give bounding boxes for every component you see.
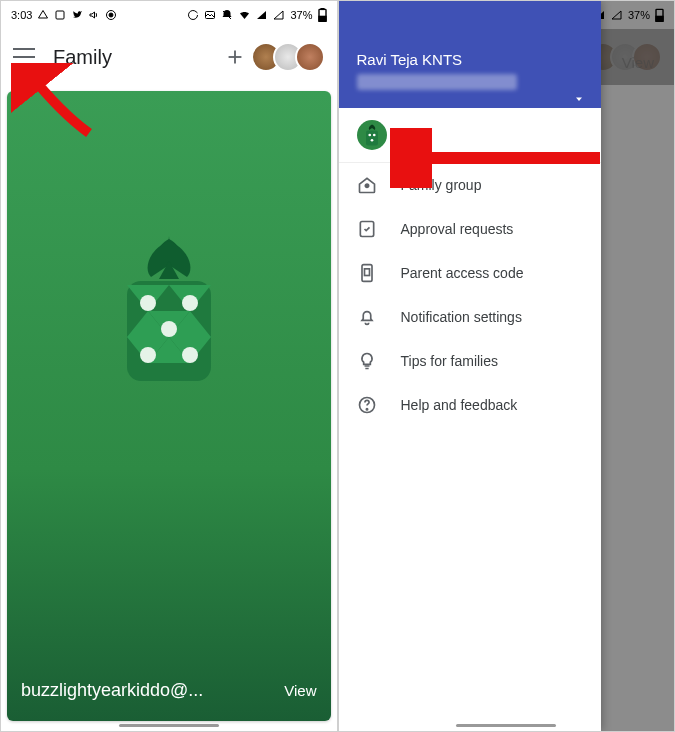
svg-rect-39: [362, 265, 372, 282]
drawer-item-notification-settings[interactable]: Notification settings: [339, 295, 601, 339]
svg-point-3: [109, 13, 113, 17]
svg-point-35: [368, 134, 371, 137]
photos-icon: [54, 9, 66, 21]
svg-marker-6: [257, 11, 266, 19]
avatar: [295, 42, 325, 72]
account-avatars[interactable]: [259, 42, 325, 72]
svg-rect-1: [56, 11, 64, 19]
child-email: buzzlightyearkiddo@...: [21, 680, 203, 701]
chevron-down-icon[interactable]: [573, 91, 585, 109]
svg-point-36: [372, 134, 375, 137]
status-bar: 3:03 37%: [1, 1, 337, 29]
drawer-item-label: Notification settings: [401, 309, 522, 325]
svg-point-37: [370, 139, 373, 142]
pineapple-avatar-icon: [109, 231, 229, 395]
drawer-header[interactable]: Ravi Teja KNTS: [339, 1, 601, 108]
svg-point-26: [182, 347, 198, 363]
drawer-item-help[interactable]: Help and feedback: [339, 383, 601, 427]
nav-drawer: Ravi Teja KNTS Family group Approval req…: [339, 1, 601, 731]
image-icon: [204, 9, 216, 21]
svg-point-25: [140, 347, 156, 363]
battery-icon: [318, 8, 327, 22]
signal2-icon: [273, 9, 285, 21]
nav-handle[interactable]: [456, 724, 556, 727]
nav-handle[interactable]: [119, 724, 219, 727]
svg-point-22: [140, 295, 156, 311]
drawer-item-label: Tips for families: [401, 353, 499, 369]
svg-rect-34: [366, 131, 378, 146]
svg-marker-7: [274, 11, 283, 19]
svg-point-24: [161, 321, 177, 337]
svg-point-42: [366, 409, 367, 410]
sound-icon: [88, 9, 100, 21]
svg-rect-40: [364, 269, 369, 276]
drawer-user-email: [357, 74, 517, 90]
drawer-item-family-group[interactable]: Family group: [339, 163, 601, 207]
drawer-item-label: Family group: [401, 177, 482, 193]
wifi-icon: [238, 9, 251, 21]
add-button[interactable]: [223, 45, 247, 69]
drawer-item-label: Parent access code: [401, 265, 524, 281]
battery-pct: 37%: [290, 9, 312, 21]
drawer-item-parent-access-code[interactable]: Parent access code: [339, 251, 601, 295]
drive-icon: [37, 9, 49, 21]
status-time: 3:03: [11, 9, 32, 21]
refresh-icon: [187, 9, 199, 21]
child-card[interactable]: buzzlightyearkiddo@... View: [7, 91, 331, 721]
drawer-item-label: Approval requests: [401, 221, 514, 237]
hamburger-menu-icon[interactable]: [13, 48, 35, 66]
twitter-icon: [71, 9, 83, 21]
svg-marker-33: [576, 98, 582, 102]
page-title: Family: [53, 46, 223, 69]
pineapple-avatar-icon: [357, 120, 387, 150]
svg-point-23: [182, 295, 198, 311]
drawer-user-name: Ravi Teja KNTS: [357, 51, 583, 68]
svg-marker-0: [39, 11, 48, 19]
app-bar: Family: [1, 29, 337, 85]
drawer-item-label: Help and feedback: [401, 397, 518, 413]
drawer-item-approval-requests[interactable]: Approval requests: [339, 207, 601, 251]
drawer-item-tips[interactable]: Tips for families: [339, 339, 601, 383]
signal1-icon: [256, 9, 268, 21]
svg-rect-9: [321, 8, 324, 9]
view-button[interactable]: View: [284, 682, 316, 699]
svg-rect-10: [319, 16, 326, 21]
dnd-icon: [221, 9, 233, 21]
cast-icon: [105, 9, 117, 21]
drawer-child-avatar[interactable]: [339, 108, 601, 163]
